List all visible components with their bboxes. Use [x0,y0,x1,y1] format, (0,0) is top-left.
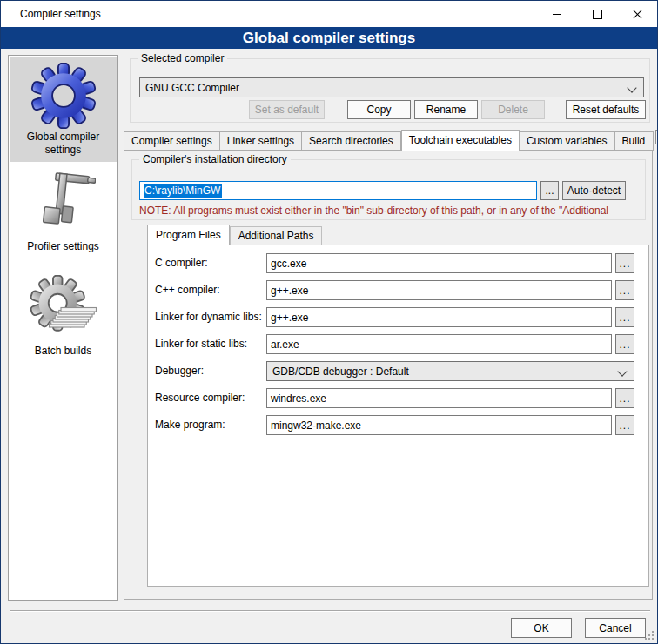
field-value: windres.exe [271,392,326,405]
c-compiler-input[interactable]: gcc.exe [266,253,612,273]
page-title: Global compiler settings [243,30,415,47]
compiler-settings-dialog: Compiler settings Global compiler settin… [0,0,658,644]
chevron-down-icon [617,366,627,376]
group-label: Selected compiler [138,52,227,64]
copy-button[interactable]: Copy [347,100,411,119]
field-label: Resource compiler: [155,392,245,404]
cancel-button[interactable]: Cancel [585,618,646,638]
program-files-page: C compiler: gcc.exe ... C++ compiler: g+… [147,245,649,587]
caliper-icon [10,169,117,238]
field-value: mingw32-make.exe [271,419,361,432]
sidebar-item-label: Global compiler settings [10,129,117,160]
field-row-make-program: Make program: mingw32-make.exe ... [148,415,648,435]
field-row-c-compiler: C compiler: gcc.exe ... [148,253,648,273]
tab-compiler-settings[interactable]: Compiler settings [124,131,220,151]
sidebar-item-profiler-settings[interactable]: Profiler settings [10,169,117,263]
title-bar[interactable]: Compiler settings [1,1,657,27]
cpp-compiler-input[interactable]: g++.exe [266,280,612,300]
auto-detect-button[interactable]: Auto-detect [562,181,626,200]
delete-button[interactable]: Delete [481,100,545,119]
field-label: Linker for dynamic libs: [155,311,262,323]
field-value: ar.exe [271,339,299,351]
resize-grip[interactable] [652,638,654,640]
dynamic-linker-input[interactable]: g++.exe [266,307,612,327]
resource-compiler-input[interactable]: windres.exe [266,388,612,408]
tab-program-files[interactable]: Program Files [147,225,230,245]
gray-gear-stack-icon [10,275,117,343]
page-header: Global compiler settings [1,27,657,49]
compiler-select[interactable]: GNU GCC Compiler [139,77,644,97]
group-label: Compiler's installation directory [139,153,291,165]
sidebar-item-global-compiler-settings[interactable]: Global compiler settings [10,57,117,162]
close-button[interactable] [617,1,657,27]
tab-additional-paths[interactable]: Additional Paths [230,226,323,245]
maximize-button[interactable] [577,1,617,27]
blue-gear-icon [10,57,117,129]
installation-directory-input[interactable]: C:\raylib\MinGW [139,181,537,200]
browse-dynamic-linker-button[interactable]: ... [615,307,634,327]
sidebar-item-batch-builds[interactable]: Batch builds [10,275,117,367]
maximize-icon [593,10,602,19]
settings-tab-strip: Compiler settings Linker settings Search… [124,130,658,151]
tab-search-directories[interactable]: Search directories [302,131,401,151]
field-row-debugger: Debugger: GDB/CDB debugger : Default [148,361,648,381]
browse-directory-button[interactable]: ... [540,181,559,200]
browse-make-program-button[interactable]: ... [615,415,634,435]
field-label: Debugger: [155,365,204,377]
field-value: g++.exe [271,312,308,324]
sidebar-item-label: Profiler settings [10,238,117,257]
compiler-select-value: GNU GCC Compiler [145,82,239,94]
selected-compiler-group: Selected compiler GNU GCC Compiler Set a… [130,58,650,123]
field-value: g++.exe [271,285,308,297]
debugger-select[interactable]: GDB/CDB debugger : Default [266,361,634,381]
installation-directory-group: Compiler's installation directory C:\ray… [131,159,646,220]
field-label: C compiler: [155,257,208,269]
minimize-icon [553,14,561,15]
rename-button[interactable]: Rename [414,100,478,119]
program-files-tab-strip: Program Files Additional Paths [147,225,322,245]
static-linker-input[interactable]: ar.exe [266,334,612,354]
field-label: Linker for static libs: [155,338,247,350]
field-value: gcc.exe [271,258,306,270]
window-title: Compiler settings [20,8,101,20]
make-program-input[interactable]: mingw32-make.exe [266,415,612,435]
chevron-down-icon [627,83,636,92]
browse-c-compiler-button[interactable]: ... [615,253,634,273]
browse-resource-compiler-button[interactable]: ... [615,388,634,408]
selected-path-text: C:\raylib\MinGW [144,184,222,198]
browse-cpp-compiler-button[interactable]: ... [615,280,634,300]
reset-defaults-button[interactable]: Reset defaults [566,100,646,119]
field-row-resource-compiler: Resource compiler: windres.exe ... [148,388,648,408]
tab-scroll-left-button[interactable] [655,130,658,144]
field-label: C++ compiler: [155,284,220,296]
sidebar: Global compiler settings [8,55,118,601]
bin-subdirectory-note: NOTE: All programs must exist either in … [139,205,640,217]
tab-custom-variables[interactable]: Custom variables [520,131,615,151]
field-row-cpp-compiler: C++ compiler: g++.exe ... [148,280,648,300]
minimize-button[interactable] [537,1,577,27]
field-row-static-linker: Linker for static libs: ar.exe ... [148,334,648,354]
browse-static-linker-button[interactable]: ... [615,334,634,354]
tab-build-options[interactable]: Build [615,131,654,151]
tab-toolchain-executables[interactable]: Toolchain executables [401,130,520,151]
field-row-dynamic-linker: Linker for dynamic libs: g++.exe ... [148,307,648,327]
field-value: GDB/CDB debugger : Default [272,366,409,378]
sidebar-item-label: Batch builds [10,343,117,361]
footer-divider [10,610,650,612]
field-label: Make program: [155,419,225,431]
ok-button[interactable]: OK [511,618,572,638]
set-as-default-button[interactable]: Set as default [249,100,325,119]
close-icon [632,9,643,20]
tab-linker-settings[interactable]: Linker settings [220,131,302,151]
